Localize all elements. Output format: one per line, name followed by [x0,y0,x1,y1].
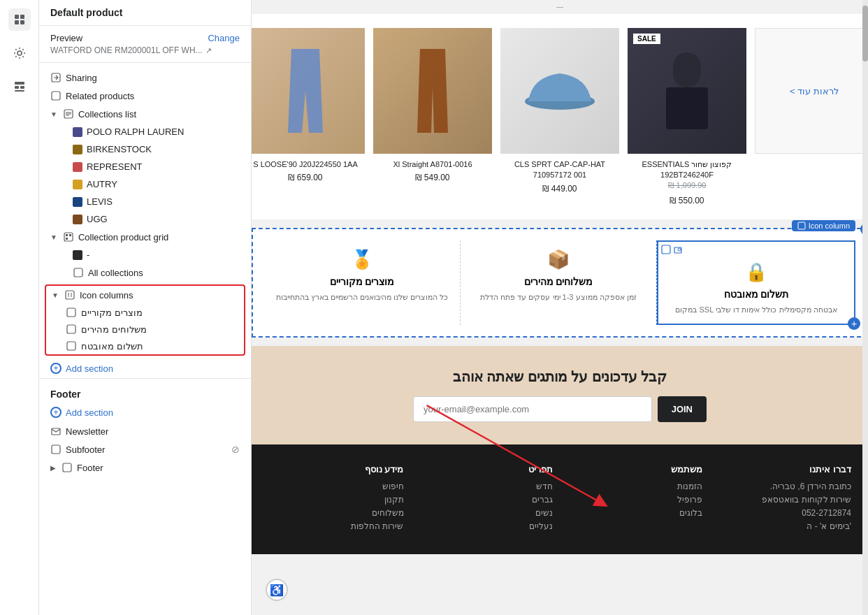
sidebar-icon-col-1[interactable]: מוצרים מקוריים [46,304,244,321]
scrollbar-thumb[interactable] [862,6,868,62]
svg-rect-0 [15,15,19,19]
grid-icon [63,231,74,243]
product-name-3: CLS SPRT CAP-CAP-HAT 710957172 001 [500,159,619,181]
newsletter-label: Newsletter [66,426,108,437]
newsletter-title: קבל עדכונים על מותגים שאתה אוהב [266,368,854,385]
components-icon[interactable] [8,75,31,98]
see-more-text: לראות עוד > [790,86,839,96]
icon-column-badge-text: Icon column [809,222,850,230]
footer-user-3[interactable]: בלוגים [567,508,702,518]
external-link-icon: ↗ [205,46,212,55]
svg-rect-15 [66,238,68,240]
sidebar-item-ugg[interactable]: UGG [39,210,251,228]
product-card-2[interactable]: Xl Straight A8701-0016 ₪ 549.00 [373,28,492,205]
icon-columns-icon [64,289,75,301]
newsletter-section: קבל עדכונים על מותגים שאתה אוהב JOIN [252,346,868,444]
dash-label: - [87,249,89,260]
product-card-4[interactable]: SALE ESSENTIALS קפוצון שחור 192BT246240F… [628,28,746,205]
sidebar-item-related-products[interactable]: Related products [39,87,251,105]
icon-column-badge: Icon column [792,220,855,231]
footer-menu-2[interactable]: גברים [418,495,554,505]
sidebar-item-subfooter[interactable]: Subfooter ⊘ [39,440,251,458]
footer-info-4[interactable]: שירות החלפות [268,521,404,531]
change-btn[interactable]: Change [208,33,240,43]
icon-columns-section: ▼ Icon columns מוצרים מקוריים משלוחים מה… [45,284,245,356]
preview-label: Preview [50,33,82,43]
sidebar-item-all-collections[interactable]: All collections [39,263,251,282]
footer-info-3[interactable]: משלוחים [268,508,404,518]
scrollbar-track[interactable] [862,0,868,615]
ugg-color-dot [73,215,82,224]
svg-rect-28 [662,245,670,254]
polo-label: POLO RALPH LAUREN [87,126,184,137]
all-collections-icon [73,267,84,278]
col1-label: מוצרים מקוריים [81,308,143,318]
svg-rect-3 [20,20,24,24]
sidebar-item-levis[interactable]: LEVIS [39,193,251,210]
sidebar-item-dash[interactable]: - [39,246,251,263]
footer-grid: דברו איתנו כתובת הירדן 6, טבריה. שירות ל… [268,464,851,535]
col3-label: תשלום מאובטח [81,341,143,352]
newsletter-input[interactable] [413,396,652,422]
sidebar-item-polo[interactable]: POLO RALPH LAUREN [39,123,251,140]
autry-label: AUTRY [87,179,117,189]
sidebar-item-collections[interactable]: ▼ Collections list [39,105,251,123]
svg-rect-14 [69,234,71,236]
icon-col-2-symbol: 📦 [466,249,651,270]
footer-col-user: משתמש הזמנות פרופיל בלוגים [567,464,702,535]
svg-rect-2 [15,20,19,24]
newsletter-icon [50,426,62,437]
footer-user-2[interactable]: פרופיל [567,495,702,505]
sidebar-item-collection-grid[interactable]: ▼ Collection product grid [39,228,251,246]
related-products-label: Related products [66,91,134,101]
sidebar: Default product Preview Change WATFORD O… [39,0,252,615]
footer-menu-1[interactable]: חדש [418,482,554,491]
add-section-btn-1[interactable]: + Add section [39,359,251,378]
icon-col-3-desc: אבטחה מקסימלית כולל אימות דו שלבי SSL במ… [664,304,848,316]
icon-col-3[interactable]: 🔒 תשלום מאובטח אבטחה מקסימלית כולל אימות… [657,240,855,326]
subfooter-visibility-icon[interactable]: ⊘ [231,444,240,455]
newsletter-join-btn[interactable]: JOIN [658,396,707,422]
product-card-3[interactable]: CLS SPRT CAP-CAP-HAT 710957172 001 ₪ 449… [500,28,619,205]
autry-color-dot [73,180,82,189]
footer-user-1[interactable]: הזמנות [567,482,702,491]
svg-rect-20 [67,342,75,350]
svg-rect-8 [15,90,24,92]
footer-add-section-btn[interactable]: + Add section [39,403,251,422]
subfooter-icon [50,444,62,455]
see-more-card[interactable]: לראות עוד > [755,28,868,154]
footer-section-title: Footer [39,383,251,403]
sidebar-icon-col-3[interactable]: תשלום מאובטח [46,338,244,354]
svg-rect-19 [67,325,75,333]
sidebar-item-autry[interactable]: AUTRY [39,175,251,193]
layout-icon[interactable] [8,8,31,31]
sidebar-item-represent[interactable]: REPRESENT [39,158,251,175]
sidebar-item-sharing[interactable]: Sharing [39,68,251,87]
svg-rect-6 [15,86,19,89]
svg-rect-12 [64,233,73,241]
accessibility-btn[interactable]: ♿ [266,579,288,601]
sidebar-item-newsletter[interactable]: Newsletter [39,422,251,440]
footer-menu-4[interactable]: נעליים [418,521,554,531]
icon-col-1-symbol: 🏅 [270,249,454,270]
footer-menu-3[interactable]: נשים [418,508,554,518]
footer-info-1[interactable]: חיפוש [268,482,404,491]
sidebar-item-footer[interactable]: ▶ Footer [39,458,251,477]
footer-info-2[interactable]: תקנון [268,495,404,505]
col2-icon [66,324,77,335]
top-spacer: — [252,0,868,14]
sidebar-item-birkenstock[interactable]: BIRKENSTOCK [39,140,251,158]
icon-col-plus-bottom[interactable]: + [848,317,860,330]
top-indicator: — [252,0,868,10]
sidebar-icon-col-2[interactable]: משלוחים מהירים [46,321,244,338]
sidebar-item-icon-columns[interactable]: ▼ Icon columns [46,286,244,304]
footer-add-plus: + [50,407,62,418]
settings-icon[interactable] [8,42,31,64]
product-card-1[interactable]: S LOOSE'90 J20J224550 1AA ₪ 659.00 [252,28,365,205]
gap-1 [252,219,868,228]
newsletter-form: JOIN [413,396,707,422]
preview-bar: Preview Change WATFORD ONE RM200001L OFF… [39,26,251,63]
svg-rect-27 [798,222,805,229]
product-name-2: Xl Straight A8701-0016 [373,159,492,170]
product-img-3 [500,28,619,154]
